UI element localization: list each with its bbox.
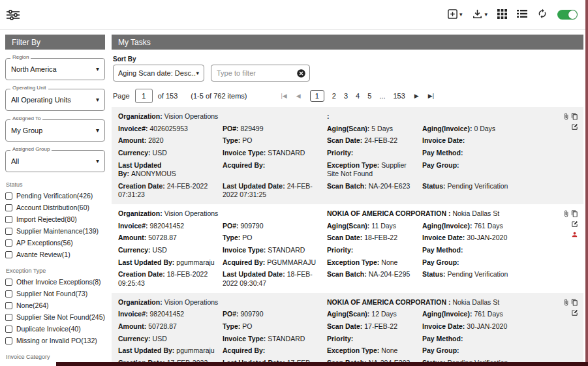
chevron-down-icon: ▾ — [459, 12, 463, 18]
card-field: Scan Batch:NA-204-E623 — [327, 182, 416, 200]
filter-checkbox-item[interactable]: Supplier Not Found(73) — [5, 290, 105, 297]
first-page-button[interactable]: |◀ — [281, 93, 287, 99]
checkbox-icon[interactable] — [5, 239, 12, 247]
page-number[interactable]: 2 — [332, 92, 336, 100]
filter-checkbox-label: Missing or Invalid PO(132) — [16, 337, 97, 344]
card-field: Pay Group: — [422, 258, 560, 267]
filter-checkbox-label: Account Distribution(60) — [16, 204, 89, 211]
filter-checkbox-item[interactable]: Supplier Maintenance(139) — [5, 227, 105, 235]
card-field: Scan Date:17-FEB-22 — [327, 322, 416, 331]
my-tasks-panel: My Tasks Sort By Aging Scan date: Desc..… — [112, 35, 588, 361]
attachment-icon[interactable] — [563, 113, 570, 120]
card-field: Type:PO — [223, 136, 320, 145]
last-page-button[interactable]: ▶| — [428, 93, 434, 99]
filter-sliders-icon[interactable] — [7, 10, 20, 20]
export-download-button[interactable]: ▾ — [472, 8, 487, 22]
copy-icon[interactable] — [571, 210, 578, 217]
checkbox-icon[interactable] — [5, 314, 12, 321]
sidebar-filter-dropdown[interactable]: Assigned Group All ▾ — [5, 150, 105, 172]
filter-input[interactable] — [211, 65, 310, 82]
filter-checkbox-item[interactable]: Supplier Site Not Found(245) — [5, 313, 105, 321]
dropdown-floating-label: Assigned Group — [10, 146, 52, 152]
page-number-input[interactable] — [135, 89, 153, 103]
copy-icon[interactable] — [571, 113, 578, 120]
filter-checkbox-item[interactable]: None(264) — [5, 301, 105, 309]
card-field: Scan Date:24-FEB-22 — [327, 136, 416, 145]
filter-checkbox-item[interactable]: Account Distribution(60) — [5, 204, 105, 211]
card-field: Acquired By: — [223, 346, 320, 356]
prev-page-button[interactable]: ◀ — [296, 93, 301, 99]
card-field: Aging(Scan):12 Days — [327, 310, 416, 319]
card-field: Amount:50728.87 — [118, 322, 216, 331]
filter-checkbox-label: Pending Verification(426) — [16, 192, 93, 200]
checkbox-icon[interactable] — [5, 192, 12, 200]
add-record-icon — [447, 8, 458, 22]
attachment-icon[interactable] — [563, 299, 570, 306]
card-field: Aging(Scan):5 Days — [327, 125, 416, 134]
sort-dropdown[interactable]: Aging Scan date: Desc... ▾ — [113, 65, 204, 82]
task-card[interactable]: Organization:Vision Operations NOKIA OF … — [112, 204, 583, 292]
filter-checkbox-item[interactable]: Pending Verification(426) — [5, 192, 105, 200]
card-organization: Organization:Vision Operations — [118, 112, 320, 121]
edit-icon[interactable] — [571, 309, 578, 316]
page-number[interactable]: 1 — [310, 90, 324, 102]
filter-checkbox-item[interactable]: Missing or Invalid PO(132) — [5, 337, 105, 344]
filter-section-items: Other Invoice Exceptions(8) Supplier Not… — [5, 278, 105, 344]
filter-section: Exception Type Other Invoice Exceptions(… — [5, 267, 105, 344]
window-edge-right — [585, 0, 588, 366]
sidebar-filter-dropdown[interactable]: Operating Unit All Operating Units ▾ — [5, 89, 105, 111]
grid-view-button[interactable] — [497, 9, 507, 21]
card-field: Priority: — [327, 335, 416, 344]
card-field: Priority: — [327, 149, 416, 158]
page-number[interactable]: 3 — [344, 92, 348, 100]
page-of-text: of 153 — [158, 92, 178, 100]
page-list: 12345...153 — [310, 90, 405, 102]
copy-icon[interactable] — [571, 299, 578, 306]
checkbox-icon[interactable] — [5, 326, 12, 333]
refresh-button[interactable] — [537, 8, 548, 21]
checkbox-icon[interactable] — [5, 337, 12, 344]
card-field: Aging(Invoice):0 Days — [422, 125, 560, 134]
chevron-down-icon: ▾ — [96, 97, 99, 103]
task-card[interactable]: Organization:Vision Operations NOKIA OF … — [112, 293, 583, 366]
filter-checkbox-item[interactable]: Other Invoice Exceptions(8) — [5, 278, 105, 286]
edit-icon[interactable] — [571, 221, 578, 228]
sidebar-filter-dropdown[interactable]: Assigned To My Group ▾ — [5, 119, 105, 142]
toggle-on-switch[interactable] — [557, 10, 578, 20]
card-field: Invoice#:4026025953 — [118, 125, 216, 134]
checkbox-icon[interactable] — [5, 302, 12, 309]
task-card[interactable]: Organization:Vision Operations : Invoice… — [112, 107, 583, 204]
sidebar-filter-dropdown[interactable]: Region North America ▾ — [5, 58, 105, 80]
card-field: Invoice#:982041452 — [118, 310, 216, 319]
page-number[interactable]: 5 — [367, 92, 371, 100]
checkbox-icon[interactable] — [5, 251, 12, 258]
page-number[interactable]: 4 — [356, 92, 360, 100]
card-organization: Organization:Vision Operations — [118, 209, 320, 219]
checkbox-icon[interactable] — [5, 204, 12, 211]
checkbox-icon[interactable] — [5, 228, 12, 235]
add-record-button[interactable]: ▾ — [447, 8, 463, 22]
filter-checkbox-label: None(264) — [16, 301, 49, 309]
card-field: Aging(Scan):11 Days — [327, 222, 416, 231]
edit-icon[interactable] — [571, 123, 578, 130]
filter-checkbox-item[interactable]: Import Rejected(80) — [5, 215, 105, 223]
filter-section-title: Invoice Category — [6, 354, 105, 360]
page-number[interactable]: 153 — [393, 92, 405, 100]
filter-checkbox-item[interactable]: AP Exceptions(56) — [5, 239, 105, 247]
attachment-icon[interactable] — [563, 210, 570, 217]
chevron-down-icon: ▾ — [196, 70, 199, 76]
card-field: Invoice Type:STANDARD — [223, 246, 320, 255]
card-field: Currency:USD — [118, 335, 216, 344]
filter-checkbox-item[interactable]: Avante Review(1) — [5, 251, 105, 258]
checkbox-icon[interactable] — [5, 279, 12, 286]
next-page-button[interactable]: ▶ — [414, 93, 419, 99]
card-field: Priority: — [327, 246, 416, 255]
checkbox-icon[interactable] — [5, 290, 12, 297]
filter-checkbox-item[interactable]: Duplicate Invoice(40) — [5, 325, 105, 333]
card-field: Type:PO — [223, 234, 320, 243]
dropdown-floating-label: Assigned To — [10, 115, 42, 121]
clear-filter-icon[interactable] — [296, 69, 306, 78]
list-view-button[interactable] — [517, 9, 527, 20]
checkbox-icon[interactable] — [5, 216, 12, 223]
card-field: Pay Group: — [422, 161, 560, 179]
